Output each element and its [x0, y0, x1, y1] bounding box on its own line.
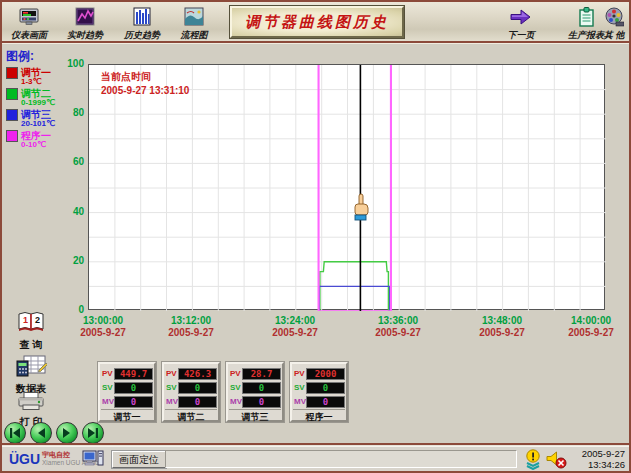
- query-label: 查 询: [10, 338, 52, 352]
- sv-label: SV: [294, 383, 305, 392]
- sv-label: SV: [230, 383, 241, 392]
- status-message-strip: [165, 450, 517, 468]
- next-icon: [61, 427, 73, 439]
- chart-canvas: [89, 65, 606, 311]
- legend-swatch: [6, 67, 18, 79]
- toolbar-button-flowchart[interactable]: 流程图: [171, 6, 217, 42]
- legend-series-range: 20-101℃: [21, 119, 55, 128]
- cursor-time-annotation: 当前点时间 2005-9-27 13:31:10: [101, 70, 189, 98]
- toolbar-button-misc[interactable]: 其 他: [599, 6, 629, 42]
- status-date: 2005-9-27: [563, 448, 625, 459]
- data-table-button[interactable]: 数据表: [8, 354, 54, 396]
- previous-page-button[interactable]: [30, 422, 52, 444]
- mv-label: MV: [166, 397, 178, 406]
- mv-display: 0: [242, 396, 281, 408]
- next-page-button[interactable]: [56, 422, 78, 444]
- sv-display: 0: [242, 382, 281, 394]
- pv-display: 449.7: [114, 368, 153, 380]
- mv-label: MV: [102, 397, 114, 406]
- instrument-screen-icon: [6, 6, 52, 28]
- cursor-time-value: 2005-9-27 13:31:10: [101, 84, 189, 98]
- ugu-logo: ÜGU: [9, 451, 40, 467]
- mv-label: MV: [294, 397, 306, 406]
- realtime-trend-icon: [61, 6, 109, 28]
- cursor-time-label: 当前点时间: [101, 70, 189, 84]
- x-axis-time: 13:48:00: [472, 315, 532, 326]
- page-title: 调节器曲线图历史: [245, 13, 389, 32]
- mv-display: 0: [114, 396, 153, 408]
- controller-panel-1: PV449.7 SV0 MV0 调节一: [98, 362, 156, 422]
- hmi-window: 仪表画面 实时趋势 历史趋势 流程图 调节器曲线图历史: [0, 0, 631, 473]
- controller-panel-2: PV426.3 SV0 MV0 调节二: [162, 362, 220, 422]
- legend-series-range: 0-1999℃: [21, 98, 55, 107]
- statusbar: ÜGU 宇电自控 Xiamen UGU AI Inc 画面定位 2005-9-2…: [2, 446, 629, 471]
- x-axis-time: 13:12:00: [161, 315, 221, 326]
- x-axis-date: 2005-9-27: [265, 327, 325, 338]
- misc-icon: [599, 6, 629, 28]
- history-trend-icon: [118, 6, 166, 28]
- pv-display: 28.7: [242, 368, 281, 380]
- hand-cursor-icon: [352, 193, 369, 223]
- legend-swatch: [6, 109, 18, 121]
- print-icon: [17, 392, 45, 411]
- pv-label: PV: [294, 369, 305, 378]
- query-icon: 1 2: [17, 310, 45, 334]
- data-table-icon: [15, 354, 47, 378]
- x-axis-date: 2005-9-27: [73, 327, 133, 338]
- legend-series-range: 1-3℃: [21, 77, 42, 86]
- panel-title: 调节一: [101, 409, 153, 424]
- mv-label: MV: [230, 397, 242, 406]
- pv-display: 2000: [306, 368, 345, 380]
- panel-title: 调节二: [165, 409, 217, 424]
- toolbar: 仪表画面 实时趋势 历史趋势 流程图 调节器曲线图历史: [2, 2, 629, 41]
- mv-display: 0: [178, 396, 217, 408]
- x-axis-time: 13:00:00: [73, 315, 133, 326]
- query-button[interactable]: 1 2 查 询: [10, 310, 52, 352]
- pv-label: PV: [230, 369, 241, 378]
- toolbar-button-history-trend[interactable]: 历史趋势: [118, 6, 166, 42]
- alarm-icon[interactable]: [524, 449, 542, 470]
- program-panel: PV2000 SV0 MV0 程序一: [290, 362, 348, 422]
- x-axis-time: 13:24:00: [265, 315, 325, 326]
- y-axis-tick: 40: [58, 206, 84, 217]
- screen-locate-button[interactable]: 画面定位: [112, 451, 166, 468]
- first-page-button[interactable]: [4, 422, 26, 444]
- controller-panel-3: PV28.7 SV0 MV0 调节三: [226, 362, 284, 422]
- clock: 2005-9-27 13:34:26: [563, 448, 625, 470]
- sv-display: 0: [306, 382, 345, 394]
- legend-swatch: [6, 130, 18, 142]
- pv-label: PV: [102, 369, 113, 378]
- y-axis-tick: 100: [58, 58, 84, 69]
- flowchart-icon: [171, 6, 217, 28]
- toolbar-button-next-page[interactable]: 下一页: [498, 6, 544, 42]
- legend-item: 调节二 0-1999℃: [6, 87, 86, 108]
- y-axis-tick: 80: [58, 107, 84, 118]
- svg-text:1: 1: [23, 315, 28, 325]
- x-axis-time: 14:00:00: [561, 315, 621, 326]
- x-axis-time: 13:36:00: [368, 315, 428, 326]
- toolbar-button-instrument-screen[interactable]: 仪表画面: [6, 6, 52, 42]
- window-border-left: [0, 0, 2, 473]
- x-axis-date: 2005-9-27: [561, 327, 621, 338]
- x-axis-date: 2005-9-27: [368, 327, 428, 338]
- y-axis-tick: 0: [58, 304, 84, 315]
- x-axis-date: 2005-9-27: [472, 327, 532, 338]
- panel-title: 调节三: [229, 409, 281, 424]
- legend-item: 程序一 0-10℃: [6, 129, 86, 150]
- y-axis-tick: 20: [58, 255, 84, 266]
- x-axis-date: 2005-9-27: [161, 327, 221, 338]
- skip-last-icon: [87, 427, 99, 439]
- page-title-plaque: 调节器曲线图历史: [230, 6, 404, 38]
- skip-first-icon: [9, 427, 21, 439]
- pv-label: PV: [166, 369, 177, 378]
- trend-plot-area[interactable]: 当前点时间 2005-9-27 13:31:10: [88, 64, 605, 310]
- toolbar-button-realtime-trend[interactable]: 实时趋势: [61, 6, 109, 42]
- next-page-icon: [498, 6, 544, 28]
- legend-item: 调节一 1-3℃: [6, 66, 86, 87]
- sv-display: 0: [114, 382, 153, 394]
- previous-icon: [35, 427, 47, 439]
- last-page-button[interactable]: [82, 422, 104, 444]
- window-border-top: [0, 0, 631, 2]
- svg-text:2: 2: [35, 315, 40, 325]
- legend-swatch: [6, 88, 18, 100]
